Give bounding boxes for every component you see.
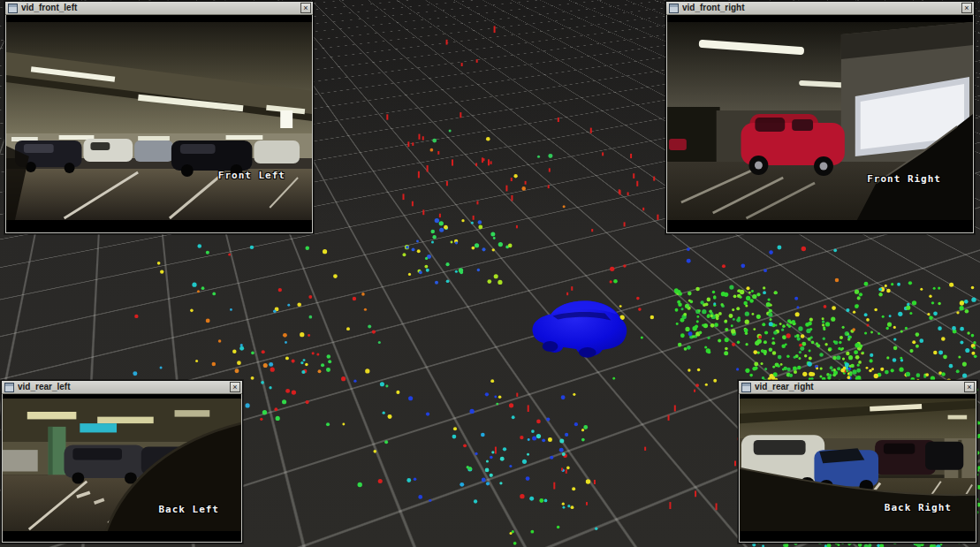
close-button[interactable]: × bbox=[300, 3, 311, 13]
camera-label: Front Right bbox=[867, 173, 941, 185]
close-icon: × bbox=[303, 4, 308, 12]
close-button[interactable]: × bbox=[230, 382, 240, 392]
video-frame-rear-right: Back Right bbox=[740, 394, 976, 542]
camera-label: Back Left bbox=[158, 504, 219, 515]
window-title: vid_rear_left bbox=[18, 381, 226, 393]
ego-vehicle bbox=[527, 292, 631, 360]
video-frame-front-left: Front Left bbox=[6, 15, 312, 232]
close-icon: × bbox=[967, 383, 971, 391]
video-frame-rear-left: Back Left bbox=[3, 394, 241, 542]
window-vid-front-right: vid_front_right × bbox=[665, 1, 975, 234]
camera-label: Back Right bbox=[885, 502, 952, 513]
video-frame-front-right: Front Right bbox=[667, 15, 973, 232]
window-vid-rear-right: vid_rear_right × bbox=[738, 380, 977, 543]
titlebar-front-right[interactable]: vid_front_right × bbox=[666, 2, 974, 15]
close-button[interactable]: × bbox=[961, 3, 972, 13]
camera-image-rear-left: Back Left bbox=[3, 399, 241, 531]
ego-vehicle-model bbox=[527, 292, 631, 361]
front-left-scene bbox=[6, 22, 312, 220]
titlebar-rear-left[interactable]: vid_rear_left × bbox=[2, 381, 242, 394]
window-vid-front-left: vid_front_left × bbox=[4, 1, 314, 234]
window-icon bbox=[669, 4, 679, 13]
window-icon bbox=[8, 4, 18, 13]
titlebar-front-left[interactable]: vid_front_left × bbox=[5, 2, 313, 15]
window-title: vid_front_left bbox=[21, 2, 297, 14]
3d-viewport[interactable]: vid_front_left × bbox=[0, 0, 980, 547]
window-title: vid_rear_right bbox=[755, 381, 961, 393]
close-icon: × bbox=[964, 4, 969, 12]
camera-label: Front Left bbox=[218, 170, 285, 181]
close-icon: × bbox=[232, 383, 237, 391]
camera-image-front-left: Front Left bbox=[6, 22, 312, 220]
camera-image-rear-right: Back Right bbox=[740, 399, 976, 531]
window-vid-rear-left: vid_rear_left × bbox=[1, 380, 243, 543]
front-right-scene bbox=[667, 22, 973, 220]
window-title: vid_front_right bbox=[682, 2, 958, 14]
camera-image-front-right: Front Right bbox=[667, 22, 973, 220]
window-icon bbox=[4, 383, 14, 392]
close-button[interactable]: × bbox=[964, 382, 975, 392]
titlebar-rear-right[interactable]: vid_rear_right × bbox=[739, 381, 976, 394]
window-icon bbox=[741, 383, 751, 392]
